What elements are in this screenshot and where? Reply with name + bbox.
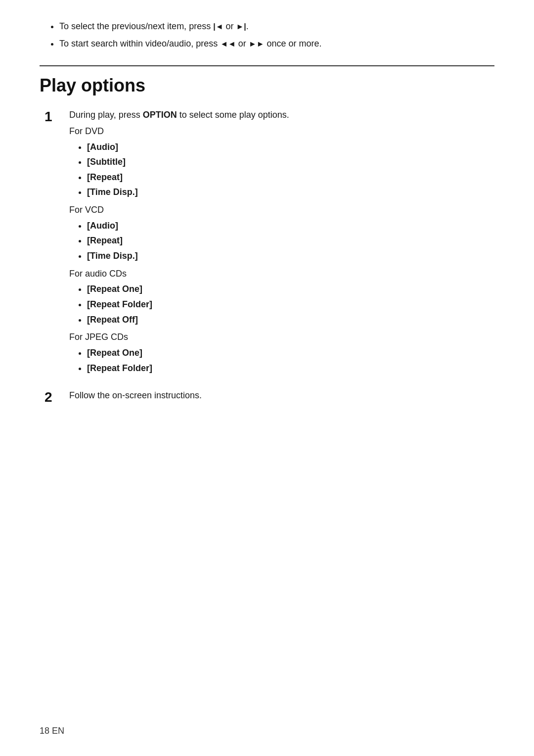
subsection-dvd-label: For DVD xyxy=(69,124,494,139)
jpegcd-item-repeatfolder: [Repeat Folder] xyxy=(87,361,494,376)
rewind-icon: ◄◄ xyxy=(220,38,236,50)
dvd-item-audio: [Audio] xyxy=(87,140,494,155)
steps-container: 1 During play, press OPTION to select so… xyxy=(44,108,494,407)
step-1-content: During play, press OPTION to select some… xyxy=(69,108,494,378)
jpegcd-item-repeatone: [Repeat One] xyxy=(87,345,494,361)
dvd-item-timedisp: [Time Disp.] xyxy=(87,185,494,200)
step-2: 2 Follow the on-screen instructions. xyxy=(44,388,494,406)
step-2-content: Follow the on-screen instructions. xyxy=(69,388,494,403)
subsection-jpegcd-list: [Repeat One] [Repeat Folder] xyxy=(69,345,494,376)
step-1-number: 1 xyxy=(44,108,69,126)
page-lang-text: EN xyxy=(52,726,64,736)
step-1-text-before: During play, press xyxy=(69,110,143,120)
subsection-vcd-label: For VCD xyxy=(69,203,494,217)
page-number: 18 xyxy=(40,726,49,736)
step-2-text: Follow the on-screen instructions. xyxy=(69,390,202,400)
subsection-dvd-list: [Audio] [Subtitle] [Repeat] [Time Disp.] xyxy=(69,140,494,200)
vcd-item-repeat: [Repeat] xyxy=(87,233,494,248)
subsection-audiocd-label: For audio CDs xyxy=(69,267,494,281)
subsection-audiocd-list: [Repeat One] [Repeat Folder] [Repeat Off… xyxy=(69,282,494,327)
audiocd-item-repeatoff: [Repeat Off] xyxy=(87,312,494,328)
fastforward-icon: ►► xyxy=(249,38,265,50)
intro-bullet-2: To start search within video/audio, pres… xyxy=(59,37,494,50)
or-text-2: or xyxy=(238,39,249,48)
audiocd-item-repeatone: [Repeat One] xyxy=(87,282,494,297)
page-footer: 18 EN xyxy=(40,726,64,736)
option-bold: OPTION xyxy=(143,110,177,120)
subsection-jpegcd-label: For JPEG CDs xyxy=(69,330,494,344)
step-1-intro: During play, press OPTION to select some… xyxy=(69,108,494,122)
vcd-item-timedisp: [Time Disp.] xyxy=(87,248,494,264)
prev-icon: |◄ xyxy=(213,21,223,33)
intro-bullet-1: To select the previous/next item, press … xyxy=(59,20,494,33)
dvd-item-subtitle: [Subtitle] xyxy=(87,154,494,170)
step-1-text-after: to select some play options. xyxy=(177,110,289,120)
step-2-number: 2 xyxy=(44,388,69,406)
step-1: 1 During play, press OPTION to select so… xyxy=(44,108,494,378)
subsection-vcd-list: [Audio] [Repeat] [Time Disp.] xyxy=(69,218,494,264)
next-icon: ►| xyxy=(236,21,246,33)
vcd-item-audio: [Audio] xyxy=(87,218,494,234)
dvd-item-repeat: [Repeat] xyxy=(87,170,494,185)
audiocd-item-repeatfolder: [Repeat Folder] xyxy=(87,297,494,312)
intro-section: To select the previous/next item, press … xyxy=(40,20,494,50)
section-title-block: Play options xyxy=(40,65,494,96)
or-text-1: or xyxy=(225,21,236,31)
section-title: Play options xyxy=(40,75,494,96)
page: To select the previous/next item, press … xyxy=(0,0,534,446)
